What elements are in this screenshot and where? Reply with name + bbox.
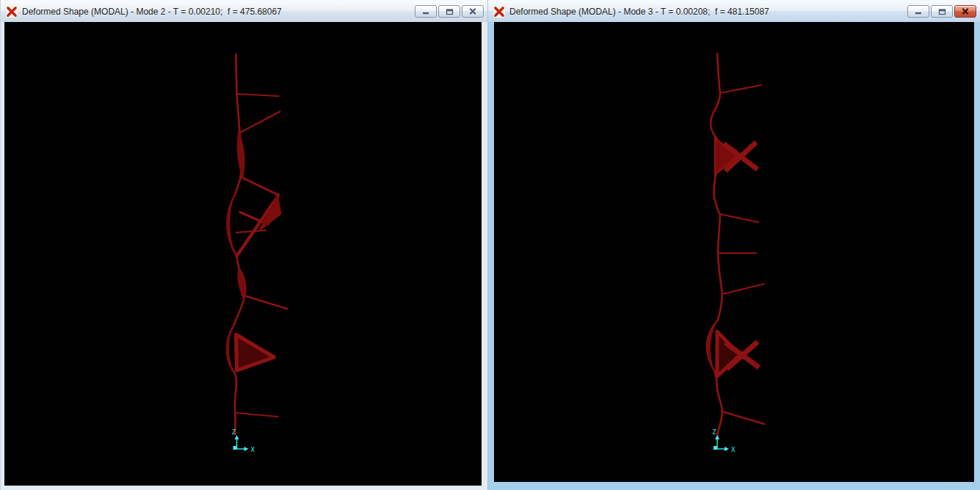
axis-z-label: Z — [712, 428, 716, 436]
desktop: Deformed Shape (MODAL) - Mode 2 - T = 0.… — [0, 0, 980, 490]
window-title: Deformed Shape (MODAL) - Mode 2 - T = 0.… — [22, 7, 282, 17]
restore-button[interactable] — [438, 5, 460, 18]
close-icon — [469, 8, 476, 15]
close-button[interactable] — [954, 5, 976, 18]
deformed-shape-mode-2: Z X — [4, 22, 482, 486]
restore-icon — [446, 8, 454, 15]
minimize-icon — [915, 8, 922, 15]
axis-z-label: Z — [232, 428, 236, 436]
titlebar[interactable]: Deformed Shape (MODAL) - Mode 3 - T = 0.… — [488, 0, 980, 22]
axis-triad: Z X — [232, 428, 255, 453]
window-mode-3: Deformed Shape (MODAL) - Mode 3 - T = 0.… — [487, 0, 980, 490]
restore-button[interactable] — [931, 5, 953, 18]
window-mode-2: Deformed Shape (MODAL) - Mode 2 - T = 0.… — [0, 0, 487, 490]
model-viewport-mode-2[interactable]: Z X — [4, 22, 482, 486]
close-button[interactable] — [462, 5, 484, 18]
axis-x-label: X — [731, 446, 736, 453]
restore-icon — [938, 8, 946, 15]
sap2000-app-icon[interactable] — [6, 6, 18, 18]
window-controls — [415, 5, 484, 18]
window-title: Deformed Shape (MODAL) - Mode 3 - T = 0.… — [509, 7, 769, 17]
sap2000-app-icon[interactable] — [493, 6, 505, 18]
minimize-button[interactable] — [907, 5, 929, 18]
window-controls — [907, 5, 976, 18]
deformed-shape-mode-3: Z X — [494, 22, 974, 482]
axis-x-label: X — [250, 446, 255, 453]
minimize-icon — [422, 8, 429, 15]
model-viewport-mode-3[interactable]: Z X — [494, 22, 974, 482]
close-icon — [962, 8, 969, 15]
titlebar[interactable]: Deformed Shape (MODAL) - Mode 2 - T = 0.… — [1, 0, 487, 22]
axis-triad: Z X — [712, 428, 736, 453]
minimize-button[interactable] — [415, 5, 437, 18]
